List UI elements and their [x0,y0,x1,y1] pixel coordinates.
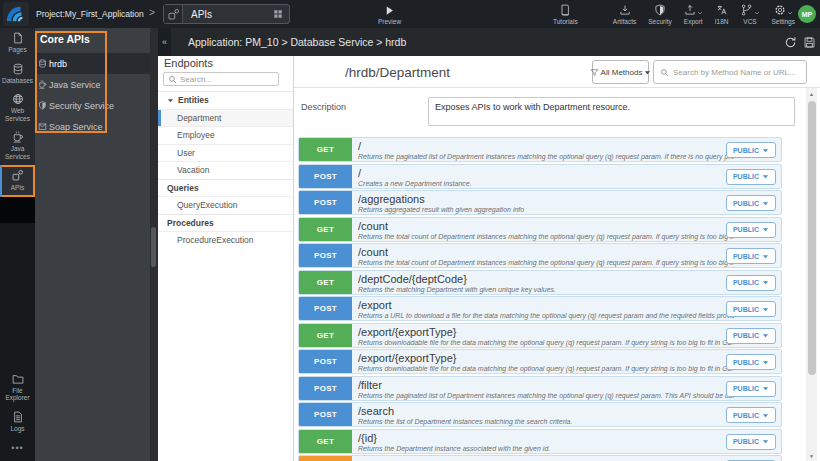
sidebar-item-logs[interactable]: Logs [0,407,35,438]
security-shield-icon [654,3,666,16]
endpoints-search[interactable] [163,72,279,86]
more-options-icon[interactable]: ••• [0,437,35,461]
sidebar-item-databases[interactable]: Databases [0,59,35,90]
visibility-dropdown[interactable]: PUBLIC [726,142,776,158]
web-services-globe-icon [12,93,24,105]
api-path: /filter [358,379,734,391]
endpoint-item-queryexecution[interactable]: QueryExecution [158,196,293,214]
visibility-dropdown[interactable]: PUBLIC [726,222,776,238]
tutorials-button[interactable]: Tutorials [553,3,578,25]
core-apis-title: Core APIs [35,28,158,53]
caret-down-icon [762,412,769,419]
i18n-button[interactable]: I18N [715,3,729,25]
endpoint-item-vacation[interactable]: Vacation [158,161,293,179]
sidebar-item-pages[interactable]: Pages [0,28,35,59]
api-row[interactable]: PUTPUBLIC [298,455,782,461]
api-description: Returns the list of Department instances… [358,417,734,426]
scroll-up-arrow-icon[interactable]: ▲ [806,88,817,99]
visibility-dropdown[interactable]: PUBLIC [726,248,776,264]
visibility-dropdown[interactable]: PUBLIC [726,328,776,344]
core-api-item-hrdb[interactable]: hrdb [35,53,158,74]
api-row[interactable]: POST/aggregationsReturns aggregated resu… [298,190,782,215]
method-badge: POST [299,377,352,400]
api-row[interactable]: GET/countReturns the total count of Depa… [298,217,782,242]
caret-down-icon [762,306,769,313]
vertical-scrollbar[interactable]: ▲ ▼ [806,88,817,461]
api-path: / [358,140,734,152]
refresh-icon[interactable] [784,36,797,49]
sidebar-item-file-explorer[interactable]: File Explorer [0,369,35,407]
visibility-dropdown[interactable]: PUBLIC [726,275,776,291]
caret-down-icon [762,226,769,233]
endpoint-item-procedureexecution[interactable]: ProcedureExecution [158,231,293,249]
api-row[interactable]: GET/export/{exportType}Returns downloada… [298,323,782,348]
method-badge: GET [299,324,352,347]
core-api-item-security-service[interactable]: Security Service [35,95,158,116]
visibility-dropdown[interactable]: PUBLIC [726,169,776,185]
api-row[interactable]: POST/exportReturns a URL to download a f… [298,296,782,321]
apis-tab[interactable]: APIs [163,4,290,24]
artifacts-button[interactable]: Artifacts [613,3,636,25]
api-description: Returns the paginated list of Department… [358,391,734,400]
visibility-dropdown[interactable]: PUBLIC [726,407,776,423]
description-textarea[interactable]: Exposes APIs to work with Department res… [428,97,795,126]
soap-envelope-icon [38,122,47,131]
core-apis-scrollbar[interactable] [150,28,158,461]
api-description: Returns the total count of Department in… [358,232,734,241]
endpoint-item-department[interactable]: Department [158,109,293,127]
visibility-dropdown[interactable]: PUBLIC [726,354,776,370]
visibility-dropdown[interactable]: PUBLIC [726,434,776,450]
core-api-item-java-service[interactable]: Java Service [35,74,158,95]
sidebar-item-web-services[interactable]: Web Services [0,89,35,127]
search-icon [168,75,177,84]
settings-button[interactable]: Settings [772,3,796,25]
vcs-button[interactable]: VCS [741,3,760,25]
app-logo-icon[interactable] [3,2,29,26]
method-badge: POST [299,165,352,188]
artifacts-download-icon [619,3,631,16]
method-search-input[interactable] [673,68,800,77]
api-description: Returns aggregated result with given agg… [358,205,734,214]
caret-down-icon [762,332,769,339]
method-search[interactable] [653,60,807,84]
scroll-down-arrow-icon[interactable]: ▼ [806,450,817,461]
export-button[interactable]: Export [684,3,703,25]
avatar[interactable]: MP [798,5,816,23]
endpoints-section-queries[interactable]: Queries [158,179,293,197]
api-row[interactable]: GET/Returns the paginated list of Depart… [298,137,782,162]
api-row[interactable]: POST/Creates a new Department instance.P… [298,164,782,189]
api-row[interactable]: POST/export/{exportType}Returns download… [298,349,782,374]
method-badge: GET [299,218,352,241]
endpoints-section-entities[interactable]: Entities [158,91,293,109]
api-row[interactable]: POST/countReturns the total count of Dep… [298,243,782,268]
method-badge: POST [299,403,352,426]
collapse-panel-icon[interactable]: « [158,28,171,56]
api-row[interactable]: GET/{id}Returns the Department instance … [298,429,782,454]
method-badge: POST [299,350,352,373]
security-button[interactable]: Security [648,3,671,25]
api-row[interactable]: POST/filterReturns the paginated list of… [298,376,782,401]
endpoints-section-procedures[interactable]: Procedures [158,214,293,232]
endpoint-item-user[interactable]: User [158,144,293,162]
sidebar-item-java-services[interactable]: Java Services [0,127,35,165]
endpoints-search-input[interactable] [180,75,274,84]
core-api-item-soap-service[interactable]: Soap Service [35,116,158,137]
api-row[interactable]: POST/searchReturns the list of Departmen… [298,402,782,427]
search-icon [660,68,669,77]
api-description: Returns downloadable file for the data m… [358,364,734,373]
sidebar-item-apis[interactable]: APIs [0,165,35,197]
api-row[interactable]: GET/deptCode/{deptCode}Returns the match… [298,270,782,295]
api-path: /export/{exportType} [358,326,734,338]
visibility-dropdown[interactable]: PUBLIC [726,381,776,397]
api-toolbar: /hrdb/Department All Methods [294,56,820,88]
save-icon[interactable] [803,36,816,49]
grid-icon[interactable] [273,9,283,19]
caret-down-icon [762,385,769,392]
preview-button[interactable]: Preview [378,3,401,25]
scrollbar-thumb[interactable] [808,101,816,375]
endpoint-item-employee[interactable]: Employee [158,126,293,144]
visibility-dropdown[interactable]: PUBLIC [726,195,776,211]
visibility-dropdown[interactable]: PUBLIC [726,301,776,317]
description-label: Description [294,97,428,126]
methods-filter-dropdown[interactable]: All Methods [592,60,649,84]
